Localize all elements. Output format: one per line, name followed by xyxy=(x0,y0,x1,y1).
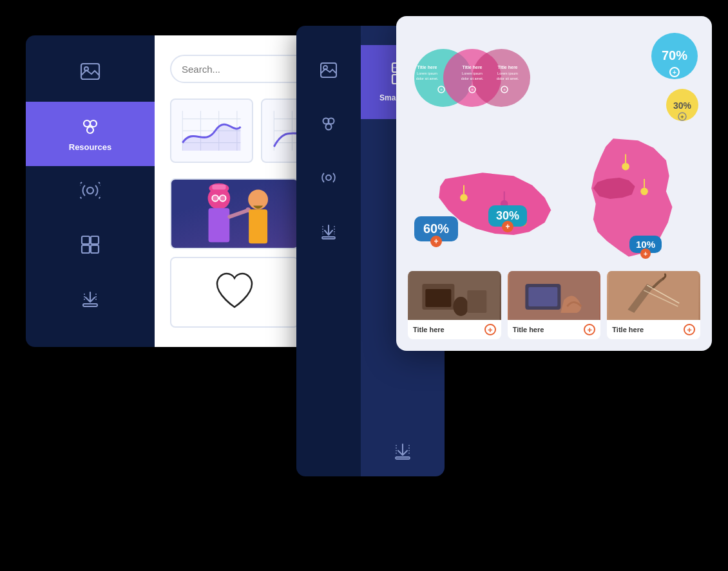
svg-point-39 xyxy=(220,195,226,201)
thumb-plus-btn-1[interactable]: + xyxy=(484,324,496,335)
svg-point-56 xyxy=(326,175,331,180)
pct10-plus[interactable]: + xyxy=(640,248,651,259)
thumb-img-1 xyxy=(408,271,501,320)
svg-rect-44 xyxy=(249,209,267,243)
thumb-label-row-3: Title here + xyxy=(607,320,700,339)
thumb-label-row-1: Title here + xyxy=(408,320,501,339)
pct30-mid-badge: 30% + xyxy=(488,205,527,227)
resources-icon xyxy=(79,116,101,140)
svg-text:Title here: Title here xyxy=(463,65,483,70)
svg-point-2 xyxy=(84,120,90,127)
thumb-title-3: Title here xyxy=(612,326,644,333)
thumb-plus-btn-2[interactable]: + xyxy=(584,324,595,335)
svg-text:Lorem ipsum: Lorem ipsum xyxy=(417,71,437,75)
people-illustration[interactable] xyxy=(170,178,299,249)
svg-rect-10 xyxy=(83,304,97,306)
svg-text:Title here: Title here xyxy=(498,65,518,70)
svg-rect-96 xyxy=(409,271,499,320)
thumb-label-row-2: Title here + xyxy=(508,320,601,339)
mid-sidebar-images[interactable] xyxy=(296,45,361,98)
svg-text:70%: 70% xyxy=(662,48,687,62)
svg-rect-102 xyxy=(525,284,560,310)
svg-rect-97 xyxy=(422,284,454,310)
mid-download-icon xyxy=(320,223,338,243)
svg-rect-37 xyxy=(212,185,225,190)
heart-icon-cell[interactable] xyxy=(170,257,299,328)
thumb-card-1[interactable]: Title here + xyxy=(408,271,501,339)
svg-point-95 xyxy=(640,188,648,196)
svg-text:+: + xyxy=(673,69,676,76)
layout-icon xyxy=(81,235,100,259)
mid-sidebar-resources[interactable] xyxy=(296,98,361,152)
thumb-title-1: Title here xyxy=(413,326,445,333)
svg-point-55 xyxy=(326,124,332,130)
svg-line-105 xyxy=(647,285,680,303)
mid-sidebar xyxy=(296,26,361,476)
back-sidebar: Resources xyxy=(26,35,155,347)
svg-rect-51 xyxy=(321,63,336,77)
map-area: 60% + 30% + 10% + xyxy=(408,133,700,262)
svg-rect-8 xyxy=(82,245,90,253)
svg-rect-35 xyxy=(209,208,230,242)
download-icon xyxy=(81,290,100,314)
svg-rect-101 xyxy=(509,271,599,320)
svg-text:+: + xyxy=(471,88,474,92)
thumb-plus-btn-3[interactable]: + xyxy=(684,324,695,335)
thumb-card-3[interactable]: Title here + xyxy=(607,271,700,339)
thumb-card-2[interactable]: Title here + xyxy=(508,271,601,339)
mid-sidebar-download[interactable] xyxy=(296,206,361,260)
venn-diagram: Title here Lorem ipsum dolor sit amet. +… xyxy=(408,44,537,109)
svg-point-99 xyxy=(453,297,468,316)
svg-point-3 xyxy=(90,120,97,127)
svg-rect-104 xyxy=(609,271,699,320)
svg-text:Title here: Title here xyxy=(417,65,437,70)
mid-sidebar-signal[interactable] xyxy=(296,152,361,206)
svg-text:30%: 30% xyxy=(673,100,692,111)
mid-signal-icon xyxy=(320,169,338,189)
svg-rect-9 xyxy=(91,245,99,253)
chart-thumb-1[interactable] xyxy=(170,98,253,163)
sidebar-item-resources[interactable]: Resources xyxy=(26,102,155,166)
image-icon xyxy=(80,62,101,85)
pct10-badge: 10% + xyxy=(629,236,662,253)
mid-content-download[interactable] xyxy=(361,425,445,476)
svg-text:dolor sit amet.: dolor sit amet. xyxy=(461,77,484,80)
svg-point-91 xyxy=(460,194,468,201)
svg-point-38 xyxy=(212,195,218,201)
sidebar-item-download[interactable] xyxy=(26,276,155,330)
percentage-badges-right: 70% + 30% + xyxy=(544,30,700,123)
svg-line-41 xyxy=(229,211,247,217)
svg-line-106 xyxy=(644,290,678,306)
sidebar-item-images[interactable] xyxy=(26,48,155,102)
svg-rect-64 xyxy=(396,457,410,459)
svg-text:dolor sit amet.: dolor sit amet. xyxy=(416,77,439,80)
sidebar-item-layers[interactable] xyxy=(26,166,155,221)
sidebar-item-label: Resources xyxy=(69,142,111,152)
mid-image-icon xyxy=(320,62,338,81)
svg-text:Lorem ipsum: Lorem ipsum xyxy=(462,71,483,75)
svg-point-5 xyxy=(87,187,93,194)
svg-rect-6 xyxy=(82,236,90,244)
venn-row: Title here Lorem ipsum dolor sit amet. +… xyxy=(408,30,700,123)
svg-text:dolor sit amet.: dolor sit amet. xyxy=(497,77,519,80)
pct60-badge: 60% + xyxy=(414,216,458,241)
svg-text:+: + xyxy=(503,88,506,92)
svg-rect-0 xyxy=(81,64,99,79)
svg-rect-57 xyxy=(322,237,335,239)
mid-download2-icon xyxy=(393,442,412,463)
thumb-img-2 xyxy=(508,271,601,320)
svg-text:+: + xyxy=(440,88,443,92)
sidebar-item-layout[interactable] xyxy=(26,221,155,276)
pct70-badge: 70% + xyxy=(649,30,700,82)
pct60-plus[interactable]: + xyxy=(430,236,442,247)
pct30-top-badge: 30% + xyxy=(664,87,700,123)
thumb-img-3 xyxy=(607,271,700,320)
pct30-mid-plus[interactable]: + xyxy=(502,221,513,232)
svg-rect-100 xyxy=(467,290,486,313)
svg-point-4 xyxy=(87,127,93,133)
svg-rect-103 xyxy=(528,287,557,306)
thumb-title-2: Title here xyxy=(513,326,544,333)
svg-text:Lorem ipsum: Lorem ipsum xyxy=(497,71,518,75)
svg-text:+: + xyxy=(680,114,684,120)
signal-icon xyxy=(80,180,101,204)
